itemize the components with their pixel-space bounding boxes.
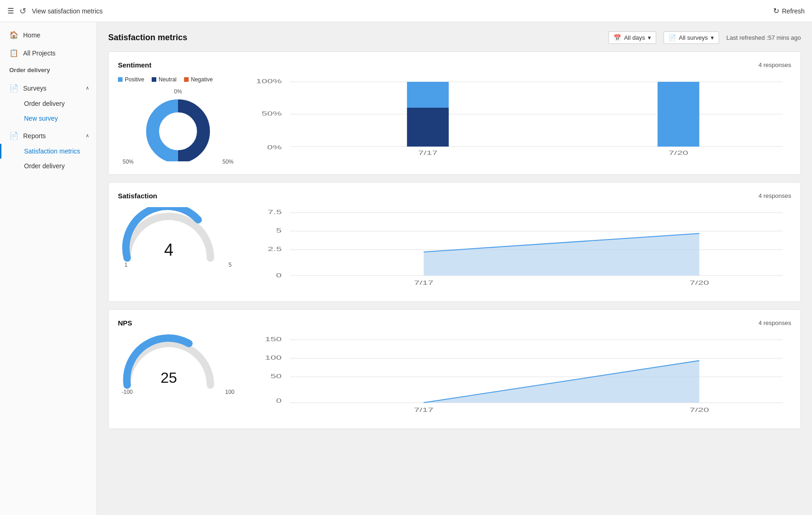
satisfaction-card: Satisfaction 4 responses 4 [108,182,801,302]
days-chevron-icon: ▾ [648,34,651,41]
reports-chevron-icon: ∧ [86,133,89,139]
surveys-filter-label: All surveys [679,34,708,41]
sidebar-item-home[interactable]: 🏠 Home [0,26,97,44]
donut-top-label: 0% [118,88,238,95]
sidebar-item-new-survey[interactable]: New survey [0,111,97,126]
gauge-max-label: 5 [228,262,232,268]
satisfaction-title: Satisfaction [118,192,157,200]
nps-card-body: 25 -100 100 150 100 50 0 [118,334,791,419]
svg-text:25: 25 [160,369,177,386]
donut-left-label: 50% [123,159,134,165]
svg-text:0: 0 [276,398,282,404]
nps-card-header: NPS 4 responses [118,319,791,327]
donut-right-label: 50% [222,159,234,165]
days-filter-label: All days [624,34,645,41]
surveys-chevron-icon: ▾ [711,34,714,41]
sidebar-surveys-label: Surveys [23,85,47,92]
sidebar-section-header: Order delivery [0,62,97,78]
sentiment-chart-right: 100% 50% 0% 7/17 [257,76,791,161]
sentiment-bar-chart: 100% 50% 0% 7/17 [257,76,791,159]
satisfaction-chart-right: 7.5 5 2.5 0 [257,207,791,292]
sentiment-card: Sentiment 4 responses Positive Neutral [108,51,801,175]
top-bar: ☰ ↺ View satisfaction metrics ↻ Refresh [0,0,812,22]
projects-icon: 📋 [9,49,18,57]
satisfaction-metrics-label: Satisfaction metrics [24,147,80,155]
sidebar-item-satisfaction-metrics[interactable]: Satisfaction metrics [0,144,97,159]
refresh-label: Refresh [782,7,805,15]
refresh-button[interactable]: ↻ Refresh [773,6,805,15]
sidebar-group-reports: 📄 Reports ∧ Satisfaction metrics Order d… [0,128,97,173]
sidebar: 🏠 Home 📋 All Projects Order delivery 📄 S… [0,22,97,515]
sidebar-group-surveys: 📄 Surveys ∧ Order delivery New survey [0,80,97,126]
sentiment-legend: Positive Neutral Negative [118,76,238,83]
page-title: Satisfaction metrics [108,33,187,43]
order-delivery-report-label: Order delivery [24,162,65,170]
legend-negative: Negative [184,76,213,83]
page-header-controls: 📅 All days ▾ 📄 All surveys ▾ Last refres… [609,31,801,44]
breadcrumb-text: View satisfaction metrics [32,7,103,15]
svg-text:7/17: 7/17 [414,407,433,413]
nps-gauge-max: 100 [225,389,234,395]
nps-title: NPS [118,319,132,327]
hamburger-icon[interactable]: ☰ [7,6,14,15]
svg-text:7/17: 7/17 [414,280,433,286]
svg-text:7.5: 7.5 [268,209,282,215]
svg-text:0%: 0% [267,144,282,151]
order-delivery-survey-label: Order delivery [24,100,65,107]
nps-chart-right: 150 100 50 0 [257,334,791,419]
sidebar-reports-label: Reports [23,132,46,140]
reports-icon: 📄 [9,131,18,140]
satisfaction-chart-left: 4 1 5 [118,207,238,268]
svg-text:50: 50 [271,373,282,380]
sentiment-card-body: Positive Neutral Negative 0% [118,76,791,165]
main-layout: 🏠 Home 📋 All Projects Order delivery 📄 S… [0,22,812,515]
sidebar-item-all-projects[interactable]: 📋 All Projects [0,44,97,62]
satisfaction-gauge: 4 [118,207,220,267]
sentiment-chart-left: Positive Neutral Negative 0% [118,76,238,165]
surveys-chevron-icon: ∧ [86,85,89,91]
sidebar-item-order-delivery-survey[interactable]: Order delivery [0,96,97,111]
days-filter-button[interactable]: 📅 All days ▾ [609,31,656,44]
breadcrumb-icon: ↺ [19,6,26,16]
refresh-icon: ↻ [773,6,779,15]
nps-card: NPS 4 responses 25 -100 [108,309,801,429]
svg-text:2.5: 2.5 [268,246,282,252]
sentiment-title: Sentiment [118,61,152,69]
svg-text:0: 0 [276,272,282,279]
neutral-dot [152,77,156,82]
sidebar-group-surveys-header[interactable]: 📄 Surveys ∧ [0,80,97,96]
new-survey-label: New survey [24,115,58,122]
last-refreshed: Last refreshed :57 mins ago [726,34,801,41]
negative-dot [184,77,189,82]
legend-neutral: Neutral [152,76,177,83]
legend-positive: Positive [118,76,144,83]
surveys-filter-icon: 📄 [669,34,676,41]
svg-text:150: 150 [265,336,282,343]
nps-responses: 4 responses [758,319,791,326]
sidebar-home-label: Home [23,31,40,39]
nps-chart-left: 25 -100 100 [118,334,238,395]
sentiment-responses: 4 responses [758,61,791,68]
svg-rect-9 [407,108,449,147]
nps-gauge-min: -100 [122,389,133,395]
svg-marker-23 [424,233,699,276]
svg-text:7/20: 7/20 [689,280,709,286]
svg-text:7/20: 7/20 [689,407,709,413]
surveys-filter-button[interactable]: 📄 All surveys ▾ [664,31,719,44]
satisfaction-responses: 4 responses [758,192,791,199]
svg-text:5: 5 [276,227,282,234]
home-icon: 🏠 [9,31,18,39]
sidebar-group-reports-header[interactable]: 📄 Reports ∧ [0,128,97,144]
svg-text:7/17: 7/17 [418,150,437,156]
page-header: Satisfaction metrics 📅 All days ▾ 📄 All … [108,31,801,44]
content-area: Satisfaction metrics 📅 All days ▾ 📄 All … [97,22,812,515]
svg-text:100: 100 [265,355,282,361]
gauge-min-label: 1 [124,262,128,268]
satisfaction-card-body: 4 1 5 7.5 5 2.5 0 [118,207,791,292]
svg-rect-11 [658,82,699,147]
sidebar-projects-label: All Projects [23,49,55,57]
negative-label: Negative [191,76,213,83]
sidebar-item-order-delivery-report[interactable]: Order delivery [0,159,97,173]
svg-text:100%: 100% [257,78,282,85]
surveys-icon: 📄 [9,84,18,92]
